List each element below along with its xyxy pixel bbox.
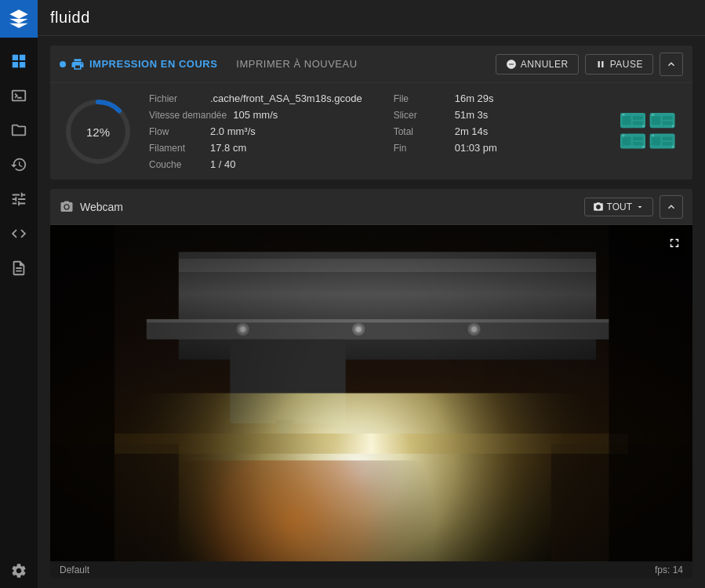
flow-row: Flow 2.0 mm³/s [149,125,362,137]
tout-label: TOUT [607,201,632,212]
camera-small-icon [593,201,604,212]
macros-icon [10,225,27,242]
printing-status-label: IMPRESSION EN COURS [89,58,217,70]
print-info: Fichier .cache/front_ASA_53m18s.gcode Vi… [149,93,601,170]
webcam-header: Webcam TOUT [50,189,692,225]
fullscreen-icon [667,236,681,250]
svg-rect-9 [663,121,673,125]
time-end-row: Fin 01:03 pm [394,142,497,154]
svg-rect-19 [652,136,660,145]
speed-row: Vitesse demandée 105 mm/s [149,109,362,121]
sidebar-item-docs[interactable] [0,251,38,285]
svg-point-23 [672,145,674,147]
progress-circle: 12% [63,96,133,167]
svg-rect-3 [633,121,643,125]
sidebar-item-settings[interactable] [0,554,38,588]
print-card: IMPRESSION EN COURS IMPRIMER À NOUVEAU A… [50,45,692,180]
time-end-label: Fin [394,143,449,154]
time-slicer-value: 51m 3s [455,109,489,121]
time-end-value: 01:03 pm [455,142,497,154]
svg-rect-15 [633,141,643,145]
time-file-value: 16m 29s [455,93,494,104]
svg-rect-20 [663,136,673,140]
time-slicer-label: Slicer [394,110,449,121]
printer-teal-svg [617,108,680,155]
time-total-row: Total 2m 14s [394,125,497,137]
svg-rect-14 [633,136,643,140]
webcam-body [50,225,692,561]
chevron-up-icon [665,58,678,71]
gear-icon [10,562,27,579]
reprint-button[interactable]: IMPRIMER À NOUVEAU [230,55,363,73]
svg-rect-7 [652,116,660,125]
app-title: fluidd [50,9,90,27]
sidebar-item-dashboard[interactable] [0,44,38,78]
print-info-right: File 16m 29s Slicer 51m 3s Total 2m 14s [394,93,497,170]
file-value: .cache/front_ASA_53m18s.gcode [210,93,362,104]
printer-teal-icon-area [617,108,680,155]
svg-rect-13 [622,136,631,145]
cancel-icon [506,59,517,70]
sliders-icon [10,191,27,208]
pause-button[interactable]: PAUSE [585,54,653,74]
svg-point-11 [672,125,674,127]
content-area: IMPRESSION EN COURS IMPRIMER À NOUVEAU A… [38,36,705,588]
print-card-body: 12% Fichier .cache/front_ASA_53m18s.gcod… [50,83,692,180]
print-collapse-button[interactable] [660,53,683,76]
svg-rect-8 [663,116,673,120]
filament-label: Filament [149,143,204,154]
svg-point-22 [652,134,654,136]
time-total-label: Total [394,126,449,137]
print-header-right: ANNULER PAUSE [496,53,683,76]
flow-label: Flow [149,126,204,137]
fps-label: fps: 14 [655,564,683,575]
svg-rect-1 [622,116,631,125]
fullscreen-button[interactable] [663,231,686,255]
pause-icon [595,59,606,70]
files-icon [10,122,27,139]
svg-point-10 [652,113,654,115]
camera-icon [60,200,74,214]
printer-status-icon [71,57,85,71]
svg-rect-21 [663,141,673,145]
svg-point-5 [642,125,645,127]
flow-value: 2.0 mm³/s [210,125,256,137]
print-info-left: Fichier .cache/front_ASA_53m18s.gcode Vi… [149,93,362,170]
layer-row: Couche 1 / 40 [149,158,362,170]
layer-value: 1 / 40 [210,158,236,170]
pause-label: PAUSE [610,59,643,70]
history-icon [10,156,27,173]
file-label: Fichier [149,93,204,104]
tout-button[interactable]: TOUT [584,198,653,216]
sidebar-item-terminal[interactable] [0,78,38,113]
app-logo[interactable] [0,0,38,38]
print-header-left: IMPRESSION EN COURS IMPRIMER À NOUVEAU [60,55,364,73]
sidebar-item-macros[interactable] [0,216,38,251]
webcam-title-area: Webcam [60,200,123,214]
grid-icon [10,53,27,70]
printing-status-badge: IMPRESSION EN COURS [60,57,217,71]
speed-value: 105 mm/s [233,109,278,121]
filament-row: Filament 17.8 cm [149,142,362,154]
app-header: fluidd [38,0,705,36]
progress-percent-label: 12% [86,125,110,138]
time-file-label: File [394,93,449,104]
time-total-value: 2m 14s [455,125,489,137]
filament-value: 17.8 cm [210,142,246,154]
camera-name-label: Default [60,564,89,575]
sidebar [0,0,38,588]
svg-rect-2 [633,116,643,120]
sidebar-item-files[interactable] [0,113,38,147]
cancel-label: ANNULER [521,59,569,70]
webcam-title-label: Webcam [80,201,123,213]
time-file-row: File 16m 29s [394,93,497,104]
svg-point-16 [622,134,624,136]
main-content: fluidd IMPRESSION EN COURS IMPRIMER À NO… [38,0,705,588]
terminal-icon [10,87,27,104]
chevron-down-icon [635,202,645,212]
sidebar-item-history[interactable] [0,147,38,182]
cancel-button[interactable]: ANNULER [496,54,579,74]
webcam-collapse-button[interactable] [660,195,683,219]
webcam-footer: Default fps: 14 [50,561,692,579]
sidebar-item-tuning[interactable] [0,182,38,216]
